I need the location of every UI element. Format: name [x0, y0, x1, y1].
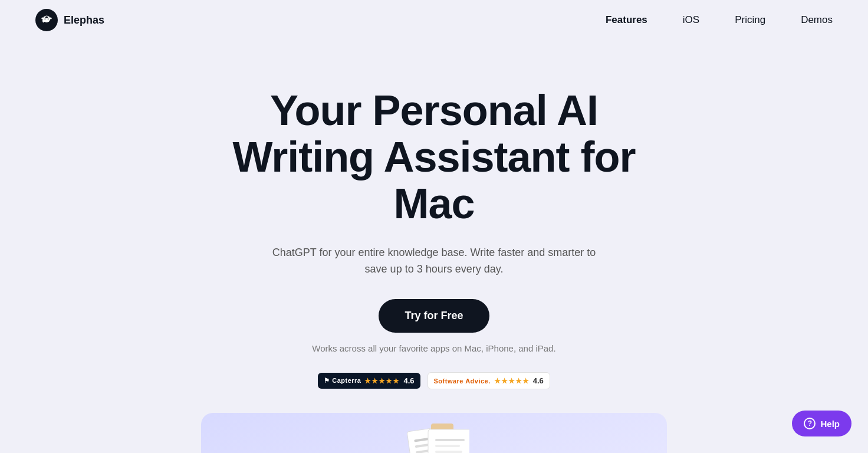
software-advice-stars: ★★★★★ [494, 377, 530, 385]
rating-badges: ⚑ Capterra ★★★★★ 4.6 Software Advice. ★★… [318, 372, 550, 389]
svg-rect-16 [435, 451, 462, 453]
nav-link-features[interactable]: Features [606, 14, 647, 26]
try-for-free-button[interactable]: Try for Free [379, 299, 489, 333]
help-icon: ? [804, 418, 816, 429]
svg-point-3 [44, 18, 45, 19]
svg-point-6 [49, 17, 51, 19]
navbar: Elephas Features iOS Pricing Demos [0, 0, 868, 40]
hero-section: Your Personal AI Writing Assistant for M… [0, 40, 868, 453]
help-label: Help [820, 419, 840, 429]
capterra-score: 4.6 [403, 376, 414, 385]
help-button[interactable]: ? Help [792, 411, 851, 436]
capterra-badge[interactable]: ⚑ Capterra ★★★★★ 4.6 [318, 373, 420, 389]
demo-section [201, 413, 667, 453]
logo-icon [35, 9, 58, 31]
capterra-stars: ★★★★★ [364, 377, 400, 385]
software-advice-logo: Software Advice. [434, 378, 491, 385]
svg-point-2 [45, 17, 48, 18]
svg-point-1 [42, 19, 45, 22]
nav-links: Features iOS Pricing Demos [606, 14, 833, 26]
nav-link-demos[interactable]: Demos [801, 14, 833, 26]
hero-title: Your Personal AI Writing Assistant for M… [198, 87, 670, 228]
logo-label: Elephas [64, 14, 104, 27]
nav-link-pricing[interactable]: Pricing [735, 14, 765, 26]
svg-point-5 [41, 17, 44, 19]
svg-rect-15 [435, 445, 460, 447]
elephas-icon [40, 14, 53, 27]
software-advice-badge[interactable]: Software Advice. ★★★★★ 4.6 [428, 372, 550, 389]
svg-rect-14 [435, 439, 465, 441]
svg-point-4 [48, 18, 49, 19]
capterra-logo: ⚑ Capterra [324, 377, 361, 385]
logo[interactable]: Elephas [35, 9, 104, 31]
hero-note: Works across all your favorite apps on M… [312, 343, 555, 353]
demo-paper-illustration [399, 422, 469, 453]
hero-subtitle: ChatGPT for your entire knowledge base. … [263, 244, 605, 278]
nav-link-ios[interactable]: iOS [683, 14, 699, 26]
software-advice-score: 4.6 [533, 376, 544, 385]
